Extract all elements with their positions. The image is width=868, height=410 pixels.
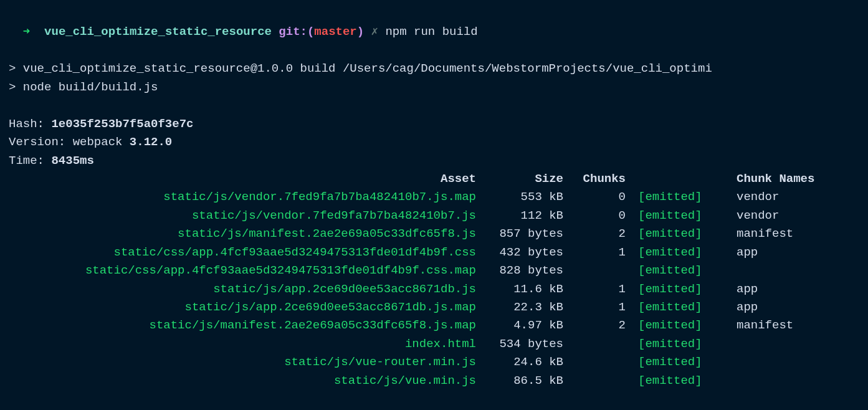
asset-size: 22.3 kB [489, 298, 576, 317]
table-row: static/js/app.2ce69d0ee53acc8671db.js.ma… [9, 298, 814, 317]
webpack-hash: Hash: 1e035f253b7f5a0f3e7c [9, 115, 859, 133]
webpack-time: Time: 8435ms [9, 152, 859, 170]
asset-chunk-name [719, 262, 814, 280]
webpack-version: Version: webpack 3.12.0 [9, 133, 859, 151]
asset-chunks: 1 [576, 298, 638, 317]
asset-chunks: 2 [576, 317, 638, 335]
asset-chunks: 2 [576, 225, 638, 243]
asset-size: 24.6 kB [489, 353, 576, 371]
header-asset: Asset [9, 170, 489, 188]
asset-size: 828 bytes [489, 262, 576, 280]
asset-chunk-name: vendor [719, 188, 814, 206]
git-branch: master [314, 25, 356, 39]
asset-size: 4.97 kB [489, 317, 576, 335]
asset-name: static/js/vue-router.min.js [9, 353, 489, 371]
asset-name: static/css/app.4fcf93aae5d3249475313fde0… [9, 244, 489, 262]
asset-size: 432 bytes [489, 244, 576, 262]
table-row: static/js/vue-router.min.js24.6 kB[emitt… [9, 353, 814, 371]
asset-emitted: [emitted] [638, 372, 719, 390]
asset-emitted: [emitted] [638, 225, 719, 243]
shell-prompt: ➜ vue_cli_optimize_static_resource git:(… [9, 5, 859, 42]
asset-name: static/js/manifest.2ae2e69a05c33dfc65f8.… [9, 225, 489, 243]
table-row: static/js/vue.min.js86.5 kB[emitted] [9, 372, 814, 390]
prompt-arrow-icon: ➜ [23, 25, 30, 39]
asset-emitted: [emitted] [638, 188, 719, 206]
asset-chunk-name [719, 353, 814, 371]
asset-size: 112 kB [489, 207, 576, 225]
asset-size: 534 bytes [489, 335, 576, 353]
asset-name: static/js/manifest.2ae2e69a05c33dfc65f8.… [9, 317, 489, 335]
asset-size: 857 bytes [489, 225, 576, 243]
asset-table: Asset Size Chunks Chunk Names static/js/… [9, 170, 814, 390]
asset-chunk-name [719, 372, 814, 390]
asset-size: 11.6 kB [489, 280, 576, 298]
asset-emitted: [emitted] [638, 207, 719, 225]
asset-emitted: [emitted] [638, 244, 719, 262]
asset-chunks: 1 [576, 280, 638, 298]
asset-name: static/js/app.2ce69d0ee53acc8671db.js.ma… [9, 298, 489, 317]
asset-name: index.html [9, 335, 489, 353]
asset-emitted: [emitted] [638, 298, 719, 317]
asset-chunks: 0 [576, 188, 638, 206]
asset-chunks [576, 353, 638, 371]
table-row: static/css/app.4fcf93aae5d3249475313fde0… [9, 262, 814, 280]
asset-chunk-name: manifest [719, 225, 814, 243]
asset-name: static/js/app.2ce69d0ee53acc8671db.js [9, 280, 489, 298]
asset-chunks [576, 262, 638, 280]
asset-size: 86.5 kB [489, 372, 576, 390]
asset-name: static/js/vendor.7fed9fa7b7ba482410b7.js [9, 207, 489, 225]
table-row: static/js/manifest.2ae2e69a05c33dfc65f8.… [9, 317, 814, 335]
asset-emitted: [emitted] [638, 317, 719, 335]
asset-chunk-name [719, 335, 814, 353]
table-row: index.html534 bytes[emitted] [9, 335, 814, 353]
table-row: static/js/manifest.2ae2e69a05c33dfc65f8.… [9, 225, 814, 243]
asset-emitted: [emitted] [638, 280, 719, 298]
header-names: Chunk Names [719, 170, 814, 188]
command-text[interactable]: npm run build [385, 25, 477, 39]
asset-chunk-name: app [719, 298, 814, 317]
dirty-icon: ✗ [371, 25, 378, 39]
asset-emitted: [emitted] [638, 335, 719, 353]
header-size: Size [489, 170, 576, 188]
asset-chunks [576, 372, 638, 390]
asset-chunk-name: manifest [719, 317, 814, 335]
asset-emitted: [emitted] [638, 353, 719, 371]
asset-size: 553 kB [489, 188, 576, 206]
asset-chunks [576, 335, 638, 353]
asset-chunk-name: vendor [719, 207, 814, 225]
table-row: static/js/vendor.7fed9fa7b7ba482410b7.js… [9, 207, 814, 225]
asset-emitted: [emitted] [638, 262, 719, 280]
asset-name: static/js/vendor.7fed9fa7b7ba482410b7.js… [9, 188, 489, 206]
asset-chunks: 0 [576, 207, 638, 225]
table-row: static/js/vendor.7fed9fa7b7ba482410b7.js… [9, 188, 814, 206]
npm-line-2: > node build/build.js [9, 79, 859, 97]
asset-chunks: 1 [576, 244, 638, 262]
prompt-dir: vue_cli_optimize_static_resource [44, 25, 272, 39]
table-row: static/css/app.4fcf93aae5d3249475313fde0… [9, 244, 814, 262]
git-close: ) [357, 25, 364, 39]
asset-name: static/css/app.4fcf93aae5d3249475313fde0… [9, 262, 489, 280]
header-chunks: Chunks [576, 170, 638, 188]
asset-chunk-name: app [719, 280, 814, 298]
npm-line-1: > vue_cli_optimize_static_resource@1.0.0… [9, 60, 859, 78]
asset-chunk-name: app [719, 244, 814, 262]
asset-table-header: Asset Size Chunks Chunk Names [9, 170, 814, 188]
table-row: static/js/app.2ce69d0ee53acc8671db.js11.… [9, 280, 814, 298]
asset-name: static/js/vue.min.js [9, 372, 489, 390]
git-label: git:( [279, 25, 314, 39]
